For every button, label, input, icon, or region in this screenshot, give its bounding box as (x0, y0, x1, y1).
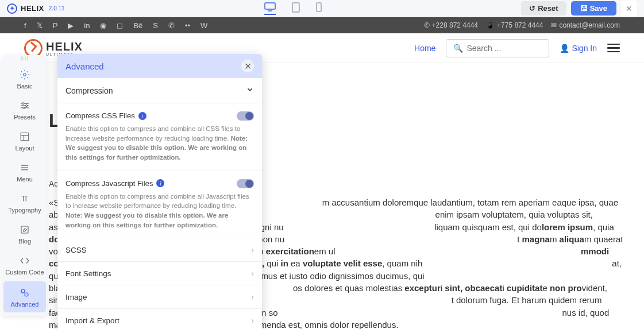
sidebar-item-typography[interactable]: Typography (2, 187, 47, 218)
compress-css-block: Compress CSS Filesi Enable this option t… (57, 103, 262, 171)
compress-js-label: Compress Javascript Filesi (65, 179, 164, 188)
instagram-icon[interactable]: ◻ (117, 21, 123, 30)
drag-handle-icon[interactable]: ⠿⠿ (2, 55, 47, 63)
sliders-icon (19, 100, 30, 111)
flickr-icon[interactable]: •• (185, 21, 190, 30)
compress-js-desc: Enable this option to compress and combi… (65, 192, 254, 230)
save-button[interactable]: 🖫Save (571, 1, 616, 16)
svg-point-19 (25, 293, 28, 296)
svg-point-9 (26, 105, 28, 107)
pinterest-icon[interactable]: P (53, 21, 58, 30)
linkedin-icon[interactable]: in (84, 21, 90, 30)
vk-icon[interactable]: W (200, 21, 207, 30)
dribbble-icon[interactable]: ◉ (100, 21, 106, 30)
chevron-down-icon (246, 86, 254, 95)
gear-icon (19, 69, 30, 80)
code-icon (19, 255, 30, 266)
section-label: Compression (65, 86, 113, 95)
sidebar-label: Typography (8, 207, 41, 214)
sidebar: ⠿⠿ Basic Presets Layout Menu Typography … (2, 55, 47, 316)
sidebar-label: Blog (18, 238, 31, 245)
panel-item-scss[interactable]: SCSS› (57, 238, 262, 262)
panel-item-import-export[interactable]: Import & Export› (57, 309, 262, 329)
panel-item-font[interactable]: Font Settings› (57, 262, 262, 285)
advanced-panel: Advanced ✕ Compression Compress CSS File… (57, 54, 262, 329)
compression-section[interactable]: Compression (57, 78, 262, 103)
compress-css-desc: Enable this option to compress and combi… (65, 124, 254, 162)
menu-icon (19, 162, 30, 173)
contact-email[interactable]: ✉contact@email.com (551, 21, 620, 29)
compress-js-block: Compress Javascript Filesi Enable this o… (57, 171, 262, 239)
phone-icon: ✆ (424, 21, 430, 29)
sidebar-label: Layout (15, 145, 34, 152)
search-field[interactable] (466, 44, 542, 53)
svg-rect-3 (317, 3, 321, 11)
compress-css-toggle[interactable] (237, 111, 254, 121)
sidebar-item-advanced[interactable]: Advanced (3, 281, 46, 312)
info-icon[interactable]: i (138, 112, 146, 120)
layout-icon (19, 131, 30, 142)
svg-rect-11 (21, 133, 29, 141)
edit-icon (19, 224, 30, 235)
chevron-right-icon: › (251, 245, 254, 254)
sidebar-label: Custom Code (5, 269, 44, 276)
youtube-icon[interactable]: ▶ (68, 21, 74, 30)
sidebar-label: Presets (14, 114, 35, 121)
app-logo-text: HELIX (21, 4, 44, 13)
social-bar: f 𝕏 P ▶ in ◉ ◻ Bē S ✆ •• W ✆+228 872 444… (0, 17, 644, 33)
panel-header: Advanced ✕ (57, 54, 262, 78)
close-app-button[interactable]: ✕ (621, 1, 637, 17)
svg-point-18 (21, 289, 25, 293)
whatsapp-icon[interactable]: ✆ (168, 21, 175, 30)
phone2[interactable]: 📱+775 872 4444 (486, 21, 543, 29)
svg-point-10 (23, 107, 25, 109)
device-switcher (264, 2, 322, 15)
compress-js-toggle[interactable] (237, 179, 254, 188)
search-input[interactable]: 🔍 (446, 39, 549, 57)
user-icon: 👤 (560, 44, 569, 53)
chevron-right-icon: › (251, 292, 254, 301)
twitter-icon[interactable]: 𝕏 (37, 21, 43, 30)
signin-link[interactable]: 👤Sign In (560, 44, 597, 53)
mobile-phone-icon: 📱 (486, 21, 495, 29)
info-icon[interactable]: i (156, 179, 164, 187)
sidebar-item-blog[interactable]: Blog (2, 218, 47, 249)
menu-toggle[interactable] (607, 44, 620, 53)
tablet-icon[interactable] (292, 2, 300, 15)
sidebar-item-presets[interactable]: Presets (2, 94, 47, 125)
svg-point-8 (22, 103, 24, 104)
sidebar-label: Basic (17, 83, 33, 90)
chevron-right-icon: › (251, 316, 254, 325)
reset-button[interactable]: ↺Reset (521, 1, 566, 16)
type-icon (19, 193, 30, 204)
site-logo-text: HELIX (46, 40, 83, 53)
behance-icon[interactable]: Bē (133, 21, 142, 30)
advanced-icon (19, 287, 30, 299)
mobile-icon[interactable] (316, 2, 322, 15)
svg-rect-0 (265, 3, 275, 9)
compress-css-label: Compress CSS Filesi (65, 111, 146, 120)
nav-home[interactable]: Home (414, 44, 435, 53)
sidebar-item-basic[interactable]: Basic (2, 63, 47, 94)
sidebar-item-custom-code[interactable]: Custom Code (2, 249, 47, 280)
app-version: 2.0.11 (49, 5, 65, 11)
reset-icon: ↺ (529, 4, 535, 13)
desktop-icon[interactable] (264, 2, 276, 15)
facebook-icon[interactable]: f (24, 21, 26, 30)
svg-rect-17 (21, 226, 28, 233)
helix-logo-icon: ✦ (7, 3, 17, 14)
sidebar-label: Advanced (11, 301, 39, 308)
svg-point-4 (24, 73, 26, 76)
panel-item-image[interactable]: Image› (57, 285, 262, 309)
mail-icon: ✉ (551, 21, 557, 29)
app-logo: ✦ HELIX 2.0.11 (7, 3, 65, 14)
svg-rect-2 (292, 3, 299, 12)
panel-close-button[interactable]: ✕ (241, 60, 254, 72)
app-topbar: ✦ HELIX 2.0.11 ↺Reset 🖫Save ✕ (0, 0, 644, 17)
phone1[interactable]: ✆+228 872 4444 (424, 21, 478, 29)
sidebar-item-layout[interactable]: Layout (2, 125, 47, 156)
panel-title: Advanced (65, 61, 104, 71)
sidebar-label: Menu (17, 176, 33, 183)
sidebar-item-menu[interactable]: Menu (2, 156, 47, 187)
skype-icon[interactable]: S (153, 21, 158, 30)
